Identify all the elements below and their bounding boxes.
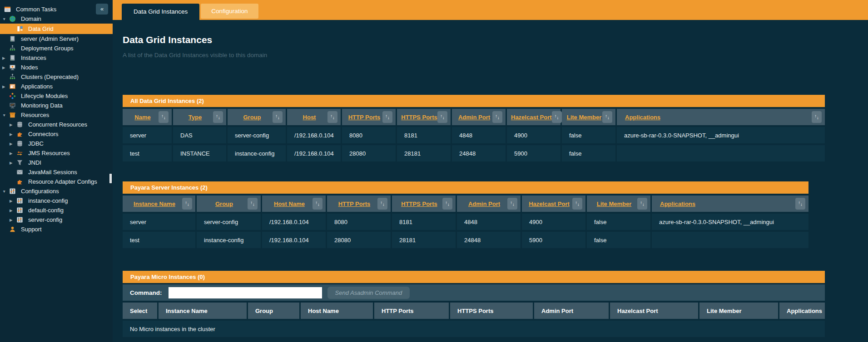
sort-button-applications[interactable]: ↑↓	[795, 198, 805, 210]
column-header-https-ports[interactable]: HTTPS Ports	[401, 114, 437, 121]
sidebar-item-label: JDBC	[28, 140, 44, 147]
sort-button-hazelcast-port[interactable]: ↑↓	[572, 198, 582, 210]
sidebar-item-monitoring-data[interactable]: Monitoring Data	[0, 101, 113, 110]
sidebar-item-concurrent-resources[interactable]: ▶Concurrent Resources	[0, 120, 113, 129]
column-header-hazelcast-port[interactable]: Hazelcast Port	[511, 114, 552, 121]
cell-host: /192.168.0.104	[287, 145, 341, 161]
sort-button-admin-port[interactable]: ↑↓	[492, 111, 502, 123]
sort-button-instance-name[interactable]: ↑↓	[182, 198, 192, 210]
sidebar-collapse-button[interactable]: «	[96, 4, 108, 15]
sort-button-lite-member[interactable]: ↑↓	[602, 111, 612, 123]
caret-right-icon[interactable]: ▶	[9, 208, 16, 213]
sidebar-item-resource-adapter-configs[interactable]: Resource Adapter Configs	[0, 177, 113, 186]
sort-button-host-name[interactable]: ↑↓	[312, 198, 322, 210]
sidebar-item-jndi[interactable]: ▶JNDI	[0, 158, 113, 167]
column-header-https-ports[interactable]: HTTPS Ports	[396, 200, 442, 207]
cell-group: instance-config	[197, 232, 261, 248]
sidebar-item-instances[interactable]: ▶Instances	[0, 53, 113, 63]
sidebar-item-connectors[interactable]: ▶Connectors	[0, 129, 113, 139]
sort-button-group[interactable]: ↑↓	[273, 111, 283, 123]
caret-right-icon[interactable]: ▶	[9, 161, 16, 165]
column-header-host-name[interactable]: Host Name	[266, 200, 312, 207]
caret-right-icon[interactable]: ▶	[2, 65, 9, 70]
sort-button-name[interactable]: ↑↓	[159, 111, 169, 123]
column-header-hazelcast-port[interactable]: Hazelcast Port	[526, 200, 572, 207]
server-icon	[9, 54, 16, 61]
column-header-admin-port[interactable]: Admin Port	[456, 114, 492, 121]
column-header-applications[interactable]: Applications	[621, 114, 812, 121]
caret-right-icon[interactable]: ▶	[9, 142, 16, 146]
caret-right-icon[interactable]: ▶	[9, 199, 16, 203]
column-header-instance-name[interactable]: Instance Name	[127, 200, 182, 207]
column-header-type[interactable]: Type	[177, 114, 213, 121]
caret-down-icon[interactable]: ▼	[2, 17, 9, 21]
sidebar-item-default-config[interactable]: ▶default-config	[0, 205, 113, 215]
column-header-cell-host-name: Host Name↑↓	[262, 195, 326, 212]
column-header-http-ports[interactable]: HTTP Ports	[331, 200, 377, 207]
sort-button-lite-member[interactable]: ↑↓	[637, 198, 647, 210]
caret-right-icon[interactable]: ▶	[9, 122, 16, 127]
funnel-icon	[16, 159, 23, 166]
cell-type: INSTANCE	[173, 145, 226, 161]
sidebar-item-resources[interactable]: ▼Resources	[0, 110, 113, 120]
column-header-lite-member[interactable]: Lite Member	[566, 114, 602, 121]
sort-down-arrow-icon: ↓	[512, 202, 515, 207]
sidebar-item-instance-config[interactable]: ▶instance-config	[0, 196, 113, 205]
sidebar-item-data-grid[interactable]: Data Grid	[0, 24, 113, 34]
tab-configuration[interactable]: Configuration	[201, 4, 258, 19]
sort-down-arrow-icon: ↓	[800, 202, 803, 207]
sidebar-item-configurations[interactable]: ▼Configurations	[0, 186, 113, 196]
sort-button-hazelcast-port[interactable]: ↑↓	[552, 111, 562, 123]
send-asadmin-command-button[interactable]: Send Asadmin Command	[327, 287, 410, 299]
column-header-group[interactable]: Group	[201, 200, 248, 207]
column-header-host-name: Host Name	[308, 308, 373, 314]
column-header-applications[interactable]: Applications	[656, 200, 795, 207]
sort-down-arrow-icon: ↓	[332, 116, 335, 120]
caret-right-icon[interactable]: ▶	[9, 132, 16, 137]
sort-button-applications[interactable]: ↑↓	[812, 111, 822, 123]
table-all-data-grid-instances: All Data Grid Instances (2) Name↑↓Type↑↓…	[123, 95, 825, 161]
sidebar-scrollbar-thumb[interactable]	[109, 174, 112, 183]
sidebar-item-javamail-sessions[interactable]: JavaMail Sessions	[0, 167, 113, 177]
sort-button-admin-port[interactable]: ↑↓	[507, 198, 517, 210]
sidebar-item-domain[interactable]: ▼Domain	[0, 14, 113, 24]
sidebar-item-clusters-deprecated[interactable]: Clusters (Deprecated)	[0, 72, 113, 82]
sort-button-https-ports[interactable]: ↑↓	[442, 198, 452, 210]
table-title-micro-instances: Payara Micro Instances (0)	[123, 271, 825, 283]
cell-host-name: /192.168.0.104	[262, 214, 326, 230]
sidebar-item-applications[interactable]: ▶Applications	[0, 82, 113, 91]
sidebar-item-lifecycle-modules[interactable]: Lifecycle Modules	[0, 91, 113, 101]
sidebar-item-jdbc[interactable]: ▶JDBC	[0, 139, 113, 148]
column-header-host[interactable]: Host	[291, 114, 327, 121]
tab-bar: Data Grid Instances Configuration	[113, 0, 868, 20]
sidebar-item-jms-resources[interactable]: ▶JMS Resources	[0, 148, 113, 158]
column-header-group[interactable]: Group	[232, 114, 273, 121]
sidebar-item-support[interactable]: Support	[0, 225, 113, 234]
sort-button-http-ports[interactable]: ↑↓	[382, 111, 392, 123]
sidebar-item-deployment-groups[interactable]: Deployment Groups	[0, 44, 113, 53]
caret-down-icon[interactable]: ▼	[2, 113, 9, 117]
column-header-lite-member[interactable]: Lite Member	[591, 200, 637, 207]
caret-right-icon[interactable]: ▶	[9, 151, 16, 156]
caret-down-icon[interactable]: ▼	[2, 189, 9, 194]
sidebar-item-server-config[interactable]: ▶server-config	[0, 215, 113, 225]
column-header-admin-port[interactable]: Admin Port	[461, 200, 507, 207]
sort-button-type[interactable]: ↑↓	[213, 111, 223, 123]
sidebar-item-server-admin-server[interactable]: server (Admin Server)	[0, 34, 113, 44]
globe-icon	[9, 15, 16, 22]
column-header-name[interactable]: Name	[127, 114, 159, 121]
column-header-http-ports[interactable]: HTTP Ports	[346, 114, 382, 121]
cell-name: test	[123, 145, 172, 161]
column-header-group: Group	[255, 308, 299, 314]
command-input[interactable]	[169, 287, 322, 298]
caret-right-icon[interactable]: ▶	[2, 84, 9, 89]
sort-button-http-ports[interactable]: ↑↓	[377, 198, 387, 210]
caret-right-icon[interactable]: ▶	[2, 56, 9, 60]
tab-data-grid-instances[interactable]: Data Grid Instances	[122, 4, 199, 20]
sort-button-https-ports[interactable]: ↑↓	[437, 111, 447, 123]
sort-button-group[interactable]: ↑↓	[248, 198, 258, 210]
sort-button-host[interactable]: ↑↓	[327, 111, 337, 123]
caret-right-icon[interactable]: ▶	[9, 218, 16, 222]
sidebar-item-nodes[interactable]: ▶Nodes	[0, 63, 113, 72]
cell-group: server-config	[228, 127, 286, 143]
